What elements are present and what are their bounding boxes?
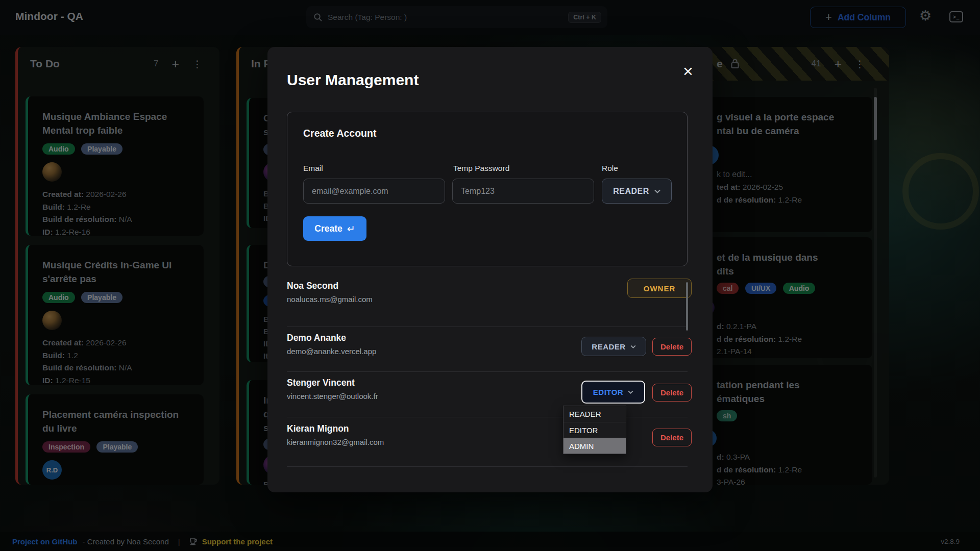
user-role-select-focused[interactable]: EDITOR xyxy=(581,381,645,404)
chevron-down-icon xyxy=(654,189,660,193)
delete-user-button[interactable]: Delete xyxy=(652,338,692,356)
create-account-heading: Create Account xyxy=(303,128,376,139)
user-management-modal: × User Management Create Account Email T… xyxy=(267,47,713,492)
list-scrollbar-thumb[interactable] xyxy=(686,282,688,331)
role-option-reader[interactable]: READER xyxy=(564,406,626,422)
chevron-down-icon xyxy=(630,345,636,348)
divider xyxy=(287,371,688,372)
create-account-panel: Create Account Email Temp Password Role … xyxy=(287,112,688,266)
delete-user-button[interactable]: Delete xyxy=(652,384,692,402)
temp-password-label: Temp Password xyxy=(453,164,509,173)
role-label: Role xyxy=(602,164,618,173)
create-button-label: Create xyxy=(314,223,342,234)
divider xyxy=(287,466,688,467)
divider xyxy=(287,417,688,417)
user-role-value: EDITOR xyxy=(593,388,623,396)
role-select-value: READER xyxy=(613,187,649,196)
chevron-down-icon xyxy=(628,390,633,394)
role-option-admin[interactable]: ADMIN xyxy=(564,438,626,454)
user-email: kieranmignon32@gmail.com xyxy=(287,438,688,446)
email-label: Email xyxy=(303,164,323,173)
return-key-icon: ↵ xyxy=(347,223,355,235)
user-row: Noa Second noalucas.ms@gmail.com OWNER xyxy=(287,281,688,304)
user-role-value: READER xyxy=(592,342,625,351)
role-dropdown-menu: READER EDITOR ADMIN xyxy=(563,406,626,454)
create-button[interactable]: Create ↵ xyxy=(303,216,366,241)
divider xyxy=(287,327,688,327)
user-name: Kieran Mignon xyxy=(287,423,688,434)
email-field[interactable] xyxy=(303,179,445,204)
owner-badge: OWNER xyxy=(627,279,692,298)
user-role-select[interactable]: READER xyxy=(581,337,646,356)
temp-password-field[interactable] xyxy=(452,179,594,204)
delete-user-button[interactable]: Delete xyxy=(652,429,692,446)
modal-title: User Management xyxy=(287,71,419,89)
app-window: Mindoor - QA Search (Tag: Person: ) Ctrl… xyxy=(0,0,980,551)
user-row: Demo Ananke demo@ananke.vercel.app READE… xyxy=(287,333,688,356)
close-icon[interactable]: × xyxy=(679,62,697,81)
role-option-editor[interactable]: EDITOR xyxy=(564,422,626,438)
role-select[interactable]: READER xyxy=(602,179,672,204)
user-email: noalucas.ms@gmail.com xyxy=(287,295,688,304)
user-row: Kieran Mignon kieranmignon32@gmail.com D… xyxy=(287,423,688,446)
user-row: Stenger Vincent vincent.stenger@outlook.… xyxy=(287,378,688,400)
